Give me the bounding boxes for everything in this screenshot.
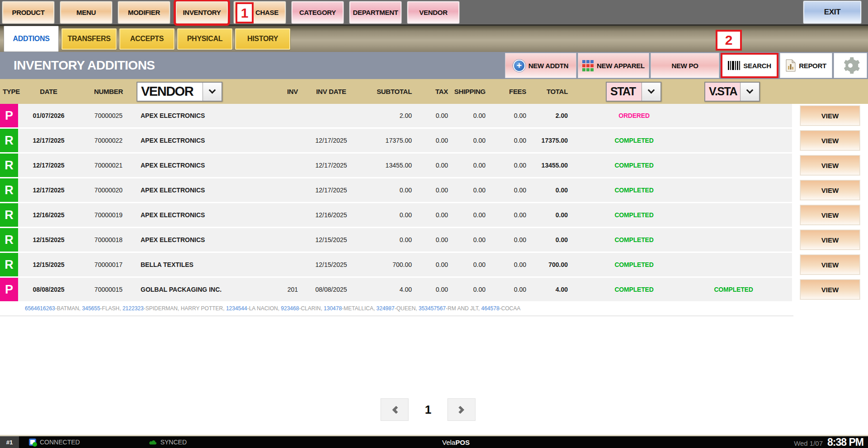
- cell-shipping: 0.00: [450, 137, 488, 144]
- tab-history[interactable]: HISTORY: [235, 28, 290, 50]
- tab-transfers[interactable]: TRANSFERS: [61, 28, 117, 50]
- exit-button[interactable]: EXIT: [803, 1, 861, 23]
- cell-fees: 0.00: [488, 187, 528, 194]
- cell-tax: 0.00: [414, 162, 450, 169]
- cell-number: 70000022: [79, 137, 138, 144]
- col-header-date: DATE: [18, 88, 79, 95]
- cell-inv: 201: [244, 286, 301, 293]
- type-badge: R: [0, 228, 18, 252]
- connected-status-icon: [29, 439, 36, 446]
- top-menu-bar: PRODUCT MENU MODIFIER INVENTORY CHASE CA…: [0, 0, 868, 26]
- item-number: 6564616263: [25, 305, 55, 312]
- item-number: 464578: [481, 305, 500, 312]
- table-row: R 12/17/2025 70000021 APEX ELECTRONICS 1…: [0, 154, 868, 177]
- status-date: Wed 1/07: [794, 439, 823, 447]
- cell-status: COMPLETED: [570, 236, 698, 243]
- search-button[interactable]: SEARCH: [721, 53, 778, 78]
- cell-tax: 0.00: [414, 286, 450, 293]
- menu-item-menu[interactable]: MENU: [60, 1, 112, 23]
- cell-inv-date: 12/17/2025: [301, 162, 362, 169]
- cell-shipping: 0.00: [450, 286, 488, 293]
- cell-date: 12/15/2025: [18, 236, 79, 243]
- cell-fees: 0.00: [488, 162, 528, 169]
- cell-fees: 0.00: [488, 236, 528, 243]
- new-apparel-button[interactable]: NEW APPAREL: [578, 53, 649, 78]
- synced-label: SYNCED: [160, 439, 187, 446]
- menu-item-department[interactable]: DEPARTMENT: [349, 1, 401, 23]
- table-row: P 08/08/2025 70000015 GOLBAL PACKAGING I…: [0, 278, 868, 301]
- view-button[interactable]: VIEW: [800, 205, 860, 225]
- type-badge: R: [0, 129, 18, 152]
- tab-physical[interactable]: PHYSICAL: [177, 28, 232, 50]
- cell-subtotal: 700.00: [362, 261, 414, 268]
- cell-fees: 0.00: [488, 286, 528, 293]
- cell-tax: 0.00: [414, 261, 450, 268]
- menu-item-modifier[interactable]: MODIFIER: [118, 1, 170, 23]
- pagination: 1: [381, 398, 476, 421]
- menu-item-category[interactable]: CATEGORY: [292, 1, 344, 23]
- table-row: R 12/17/2025 70000022 APEX ELECTRONICS 1…: [0, 129, 868, 152]
- cell-shipping: 0.00: [450, 211, 488, 219]
- cell-date: 12/17/2025: [18, 137, 79, 144]
- menu-item-vendor[interactable]: VENDOR: [407, 1, 459, 23]
- item-number: 353457567: [419, 305, 446, 312]
- cell-date: 01/07/2026: [18, 112, 79, 119]
- new-po-button[interactable]: NEW PO: [651, 53, 719, 78]
- title-bar: INVENTORY ADDITIONS + NEW ADDTN NEW APPA…: [0, 52, 868, 79]
- col-header-type: TYPE: [0, 88, 18, 95]
- cell-vendor-status: COMPLETED: [698, 286, 769, 293]
- prev-page-button[interactable]: [381, 398, 409, 421]
- cell-subtotal: 17375.00: [362, 137, 414, 144]
- type-badge: R: [0, 203, 18, 227]
- item-number: 1234544: [226, 305, 247, 312]
- table-row: R 12/17/2025 70000020 APEX ELECTRONICS 1…: [0, 178, 868, 202]
- settings-button[interactable]: [834, 53, 867, 78]
- cell-inv-date: 12/15/2025: [301, 236, 362, 243]
- status-bar: #1 CONNECTED SYNCED VelaPOS Wed 1/07 8:3…: [0, 435, 868, 448]
- type-badge: R: [0, 154, 18, 177]
- cell-tax: 0.00: [414, 112, 450, 119]
- cell-status: COMPLETED: [570, 286, 698, 293]
- report-button[interactable]: REPORT: [780, 53, 832, 78]
- tab-additions[interactable]: ADDTIONS: [4, 26, 59, 52]
- view-button[interactable]: VIEW: [800, 155, 860, 175]
- cell-date: 12/17/2025: [18, 187, 79, 194]
- cell-subtotal: 0.00: [362, 211, 414, 219]
- cell-total: 13455.00: [528, 162, 570, 169]
- new-addtn-button[interactable]: + NEW ADDTN: [505, 53, 576, 78]
- cell-vendor: APEX ELECTRONICS: [138, 236, 244, 243]
- next-page-button[interactable]: [448, 398, 476, 421]
- cell-inv-date: 12/16/2025: [301, 211, 362, 219]
- cell-status: COMPLETED: [570, 211, 698, 219]
- view-button[interactable]: VIEW: [800, 131, 860, 150]
- cell-tax: 0.00: [414, 211, 450, 219]
- cell-inv-date: 12/17/2025: [301, 187, 362, 194]
- menu-item-inventory[interactable]: INVENTORY: [176, 1, 228, 23]
- report-document-icon: [786, 59, 796, 72]
- chevron-left-icon: [392, 406, 400, 414]
- view-button[interactable]: VIEW: [800, 280, 860, 299]
- cell-inv-date: 12/17/2025: [301, 137, 362, 144]
- cell-tax: 0.00: [414, 137, 450, 144]
- vendor-filter-dropdown[interactable]: VENDOR: [137, 82, 222, 102]
- cell-inv-date: 12/15/2025: [301, 261, 362, 268]
- last-row-items-note: 6564616263-BATMAN, 345655-FLASH, 2122323…: [0, 303, 793, 316]
- cell-total: 0.00: [528, 211, 570, 219]
- vendor-status-filter-dropdown[interactable]: V.STA: [704, 82, 760, 102]
- cell-number: 70000017: [79, 261, 138, 268]
- status-filter-dropdown[interactable]: STAT: [606, 82, 661, 102]
- cell-vendor: GOLBAL PACKAGING INC.: [138, 286, 244, 293]
- cell-fees: 0.00: [488, 112, 528, 119]
- col-header-inv-date: INV DATE: [301, 88, 362, 95]
- cell-shipping: 0.00: [450, 112, 488, 119]
- view-button[interactable]: VIEW: [800, 106, 860, 126]
- tab-accepts[interactable]: ACCEPTS: [119, 28, 175, 50]
- view-button[interactable]: VIEW: [800, 180, 860, 200]
- menu-item-product[interactable]: PRODUCT: [2, 1, 54, 23]
- report-label: REPORT: [799, 62, 826, 70]
- view-button[interactable]: VIEW: [800, 255, 860, 275]
- view-button[interactable]: VIEW: [800, 230, 860, 250]
- type-badge: P: [0, 278, 18, 301]
- cell-number: 70000019: [79, 211, 138, 219]
- brand-logo: VelaPOS: [442, 439, 470, 446]
